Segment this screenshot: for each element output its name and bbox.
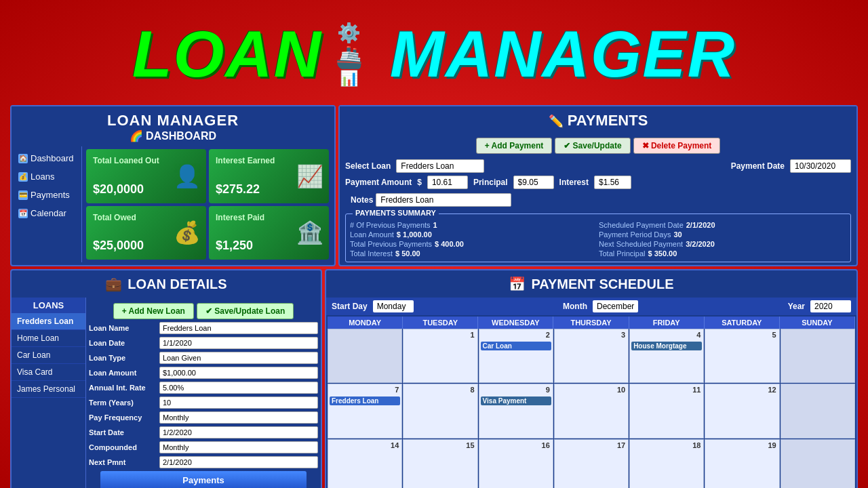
dashboard-header: LOAN MANAGER 🌈 DASHBOARD [12, 106, 334, 144]
payments-panel: ✏️ PAYMENTS + Add Payment ✔ Save/Update … [338, 105, 858, 266]
loan-type-row: Loan Type [89, 352, 318, 364]
compounded-input[interactable] [159, 441, 318, 453]
cal-cell-12: 12 [705, 384, 779, 438]
payment-amount-label: Payment Amount [345, 178, 412, 187]
select-loan-row: Select Loan Payment Date [345, 159, 851, 173]
schedule-controls: Start Day Monday Month December Year 202… [326, 298, 856, 315]
day-header-fri: FRIDAY [629, 317, 705, 329]
cal-cell-9: 9 Visa Payment [479, 384, 553, 438]
loans-list-panel: LOANS Fredders Loan Home Loan Car Loan V… [12, 298, 86, 488]
payments-header: ✏️ PAYMENTS [340, 106, 856, 135]
payments-nav-button[interactable]: Payments [100, 471, 307, 488]
save-payment-button[interactable]: ✔ Save/Update [555, 138, 630, 154]
loan-details-form: + Add New Loan ✔ Save/Update Loan Loan N… [86, 298, 321, 488]
title-loan: LOAN [132, 17, 322, 92]
sidebar-item-payments[interactable]: 💳 Payments [14, 186, 81, 204]
loan-item-james[interactable]: James Personal [12, 381, 85, 398]
card-icon-1: 📈 [296, 163, 323, 189]
cal-cell-10: 10 [554, 384, 629, 438]
loan-item-car[interactable]: Car Loan [12, 347, 85, 364]
scheduled-date-row: Scheduled Payment Date 2/1/2020 [599, 221, 846, 229]
total-principal-value: $ 350.00 [648, 249, 677, 258]
sidebar-item-loans[interactable]: 💰 Loans [14, 167, 81, 186]
day-header-sun: SUNDAY [780, 317, 855, 329]
select-loan-input[interactable] [396, 159, 484, 173]
calendar-week-2: 7 Fredders Loan 8 9 Visa Payment 10 [328, 384, 855, 438]
loan-type-label: Loan Type [89, 354, 157, 362]
calendar-icon-large: 📅 [509, 276, 526, 292]
add-loan-button[interactable]: + Add New Loan [113, 303, 194, 319]
calendar-icon: 📅 [18, 209, 28, 218]
dashboard-sub: 🌈 DASHBOARD [14, 129, 332, 142]
cal-cell-15: 15 [403, 439, 477, 488]
cal-cell-8: 8 [403, 384, 477, 438]
schedule-panel: 📅 PAYMENT SCHEDULE Start Day Monday Mont… [325, 269, 858, 488]
int-rate-input[interactable] [159, 382, 318, 394]
loan-amount-row: Loan Amount [89, 367, 318, 379]
notes-input[interactable] [376, 193, 511, 207]
next-pmnt-input[interactable] [159, 456, 318, 468]
loan-date-input[interactable] [159, 337, 318, 349]
payments-toolbar: + Add Payment ✔ Save/Update ✖ Delete Pay… [340, 135, 856, 157]
compounded-row: Compounded [89, 441, 318, 453]
dashboard-rainbow-icon: 🌈 [130, 129, 143, 142]
delete-payment-button[interactable]: ✖ Delete Payment [633, 138, 721, 154]
total-prev-row: Total Previous Payments $ 400.00 [350, 240, 597, 248]
scheduled-date-label: Scheduled Payment Date [599, 221, 684, 229]
term-row: Term (Years) [89, 396, 318, 409]
payment-date-input[interactable] [790, 159, 851, 173]
start-date-row: Start Date [89, 426, 318, 439]
card-total-loaned: Total Loaned Out $20,0000 👤 [86, 149, 206, 203]
total-prev-label: Total Previous Payments [350, 240, 432, 248]
payment-amount-input[interactable] [427, 176, 468, 189]
cal-cell-3: 3 [554, 329, 629, 383]
day-header-sat: SATURDAY [705, 317, 780, 329]
total-principal-label: Total Principal [599, 249, 645, 258]
calendar-week-3: 14 15 16 17 18 [328, 439, 855, 488]
loan-item-home[interactable]: Home Loan [12, 330, 85, 347]
header: LOAN ⚙️ 🚢 📊 MANAGER [0, 0, 868, 108]
start-date-input[interactable] [159, 426, 318, 439]
loan-name-input[interactable] [159, 322, 318, 334]
select-loan-label: Select Loan [345, 161, 391, 171]
loan-toolbar: + Add New Loan ✔ Save/Update Loan [89, 300, 318, 322]
cal-cell-18: 18 [629, 439, 704, 488]
card-icon-0: 👤 [174, 163, 201, 189]
currency-symbol: $ [417, 178, 422, 187]
card-icon-2: 💰 [174, 220, 201, 245]
principal-input[interactable] [513, 176, 554, 189]
loans-list-title: LOANS [12, 298, 85, 313]
cal-cell-7: 7 Fredders Loan [328, 384, 402, 438]
calendar-grid: MONDAY TUESDAY WEDNESDAY THURSDAY FRIDAY… [326, 315, 856, 488]
pay-freq-row: Pay Frequency [89, 411, 318, 424]
pay-freq-input[interactable] [159, 411, 318, 424]
interest-input[interactable] [594, 176, 631, 189]
pencil-icon: ✏️ [549, 115, 564, 128]
dashboard-title: LOAN MANAGER [14, 112, 332, 129]
save-loan-button[interactable]: ✔ Save/Update Loan [197, 303, 294, 319]
dashboard-icon: 🏠 [18, 154, 28, 163]
cal-cell-11: 11 [629, 384, 704, 438]
loan-details-panel: 💼 LOAN DETAILS LOANS Fredders Loan Home … [10, 269, 322, 488]
payments-summary: PAYMENTS SUMMARY # Of Previous Payments … [345, 214, 851, 262]
compounded-label: Compounded [89, 443, 157, 451]
dashboard-panel: LOAN MANAGER 🌈 DASHBOARD 🏠 Dashboard 💰 L… [10, 105, 336, 266]
start-day-label: Start Day [332, 302, 368, 311]
sidebar-item-dashboard[interactable]: 🏠 Dashboard [14, 149, 81, 167]
sidebar-item-calendar[interactable]: 📅 Calendar [14, 204, 81, 222]
add-payment-button[interactable]: + Add Payment [476, 138, 553, 154]
loan-item-visa[interactable]: Visa Card [12, 364, 85, 381]
int-rate-label: Annual Int. Rate [89, 384, 157, 392]
total-interest-label: Total Interest [350, 249, 393, 258]
term-input[interactable] [159, 396, 318, 409]
loan-item-fredders[interactable]: Fredders Loan [12, 313, 85, 330]
loan-type-input[interactable] [159, 352, 318, 364]
payments-form: Select Loan Payment Date Payment Amount … [340, 157, 856, 211]
bottom-row: 💼 LOAN DETAILS LOANS Fredders Loan Home … [10, 269, 858, 488]
next-pmnt-label: Next Pmnt [89, 458, 157, 466]
loan-amount-input[interactable] [159, 367, 318, 379]
loan-amount-row: Loan Amount $ 1,000.00 [350, 230, 597, 239]
cal-cell-4: 4 House Morgtage [629, 329, 704, 383]
next-scheduled-row: Next Scheduled Payment 3/2/2020 [599, 240, 846, 248]
cal-cell-empty-1 [328, 329, 402, 383]
